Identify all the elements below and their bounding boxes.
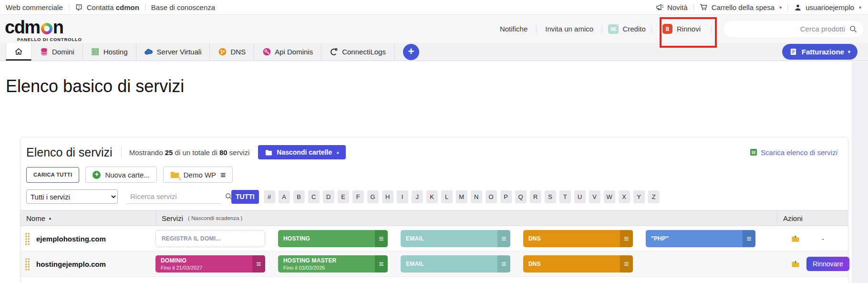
search-icon[interactable] — [849, 25, 858, 33]
contact-label: Contatta cdmon — [87, 3, 139, 11]
alphabet-filter-letter[interactable]: W — [604, 190, 615, 203]
alphabet-filter-letter[interactable]: V — [589, 190, 600, 203]
alphabet-filter: #ABCDEFGHIJKLMNOPQRSTUVWXYZ — [264, 190, 660, 203]
service-chip-domain[interactable]: DOMINIO Fino il 21/03/2027 ≡ — [155, 255, 265, 273]
drag-handle-icon[interactable] — [24, 257, 30, 271]
column-header-services: Servizi ( Nascondi scadenza ) — [155, 210, 777, 226]
alphabet-filter-letter[interactable]: K — [426, 190, 438, 203]
alphabet-filter-letter[interactable]: M — [456, 190, 467, 203]
domain-name[interactable]: hostingejemplo.com — [36, 260, 106, 268]
service-chip-hosting[interactable]: HOSTING ≡ — [278, 230, 388, 247]
news-label: Novità — [667, 3, 688, 11]
alphabet-filter-letter[interactable]: I — [397, 190, 408, 203]
service-chip-email[interactable]: EMAIL ≡ — [401, 255, 510, 273]
tab-virtual-servers[interactable]: Server Virtuali — [136, 43, 210, 61]
alphabet-filter-letter[interactable]: B — [293, 190, 305, 203]
load-all-button[interactable]: CARICA TUTTI — [26, 167, 79, 183]
renewals-link[interactable]: 8 Rinnovi — [662, 24, 701, 34]
product-search-input[interactable] — [731, 25, 845, 33]
tab-api-domains[interactable]: Api Dominis — [254, 43, 321, 61]
divider — [145, 4, 145, 11]
services-table: Nome ▲ Servizi ( Nascondi scadenza ) Azi… — [21, 210, 848, 277]
alphabet-filter-letter[interactable]: P — [500, 190, 512, 203]
notifications-link[interactable]: Notifiche — [500, 25, 527, 33]
domain-name[interactable]: ejemplohosting.com — [36, 235, 106, 243]
folder-menu-icon[interactable]: ≡ — [220, 170, 226, 179]
move-to-folder-icon[interactable] — [791, 234, 800, 243]
alphabet-filter-letter[interactable]: Y — [633, 190, 645, 203]
news-link[interactable]: Novità — [655, 3, 688, 11]
new-folder-label: Nuova carte... — [105, 171, 149, 179]
service-chip-dns[interactable]: DNS ≡ — [523, 230, 633, 247]
chip-menu-icon[interactable]: ≡ — [620, 255, 633, 273]
alphabet-filter-letter[interactable]: H — [382, 190, 393, 203]
register-domain-button[interactable]: REGISTRA IL DOMI... — [155, 230, 265, 247]
alphabet-filter-letter[interactable]: T — [559, 190, 571, 203]
services-search-input[interactable] — [130, 192, 225, 200]
knowledge-base-label: Base di conoscenza — [151, 3, 215, 11]
download-services-link[interactable]: Scarica elenco di servizi — [749, 148, 837, 157]
add-service-button[interactable]: + — [403, 44, 419, 60]
contact-cdmon-link[interactable]: ? Contatta cdmon — [75, 3, 139, 11]
credit-badge: 0€ — [608, 24, 619, 34]
hide-folders-button[interactable]: Nascondi cartelle ▲ — [258, 145, 346, 159]
alphabet-filter-letter[interactable]: Z — [648, 190, 660, 203]
megaphone-icon — [655, 3, 664, 11]
tab-domains[interactable]: Domini — [31, 43, 83, 61]
knowledge-base-link[interactable]: Base di conoscenza — [151, 3, 215, 11]
api-key-icon — [262, 48, 271, 56]
alphabet-filter-letter[interactable]: A — [279, 190, 290, 203]
credit-link[interactable]: 0€ Credito — [608, 24, 646, 34]
filter-all-button[interactable]: TUTTI — [231, 190, 259, 204]
chip-menu-icon[interactable]: ≡ — [743, 230, 755, 247]
web-commercial-link[interactable]: Web commerciale — [6, 3, 63, 11]
alphabet-filter-letter[interactable]: # — [264, 190, 275, 203]
alphabet-filter-letter[interactable]: U — [574, 190, 586, 203]
logo-subtitle: PANELLO DI CONTROLLO — [17, 37, 82, 42]
alphabet-filter-letter[interactable]: D — [323, 190, 334, 203]
service-chip-dns[interactable]: DNS ≡ — [523, 255, 633, 273]
alphabet-filter-letter[interactable]: L — [441, 190, 453, 203]
services-list-title: Elenco di servizi — [26, 146, 113, 159]
column-header-name[interactable]: Nome ▲ — [21, 210, 155, 226]
alphabet-filter-letter[interactable]: F — [352, 190, 364, 203]
service-type-select[interactable]: Tutti i servizi — [26, 189, 118, 204]
tab-connectilogs[interactable]: ConnectiLogs — [321, 43, 394, 61]
alphabet-filter-letter[interactable]: N — [471, 190, 482, 203]
tab-dns[interactable]: DNS — [210, 43, 254, 61]
tab-hosting[interactable]: Hosting — [83, 43, 136, 61]
cdmon-logo[interactable]: cdmn PANELLO DI CONTROLLO — [5, 16, 82, 42]
invite-friend-link[interactable]: Invita un amico — [545, 25, 593, 33]
alphabet-filter-letter[interactable]: C — [308, 190, 320, 203]
user-menu[interactable]: usuarioejemplo ▾ — [794, 3, 861, 11]
alphabet-filter-letter[interactable]: G — [367, 190, 379, 203]
folder-demo-wp-button[interactable]: 0 Demo WP ≡ — [163, 167, 233, 183]
chip-menu-icon[interactable]: ≡ — [620, 230, 633, 247]
service-chip-hosting-master[interactable]: HOSTING MASTER Fino il 03/03/2026 ≡ — [278, 255, 388, 273]
chevron-down-icon: ▾ — [859, 5, 861, 10]
chip-menu-icon[interactable]: ≡ — [375, 230, 388, 247]
hide-expiry-link[interactable]: ( Nascondi scadenza ) — [188, 215, 242, 221]
alphabet-filter-letter[interactable]: Q — [515, 190, 527, 203]
chip-menu-icon[interactable]: ≡ — [375, 255, 388, 273]
drag-handle-icon[interactable] — [24, 232, 30, 245]
chip-menu-icon[interactable]: ≡ — [497, 230, 510, 247]
chip-menu-icon[interactable]: ≡ — [497, 255, 510, 273]
alphabet-filter-letter[interactable]: J — [412, 190, 423, 203]
new-folder-button[interactable]: + Nuova carte... — [85, 167, 156, 183]
billing-button[interactable]: Fatturazione ▾ — [782, 44, 858, 60]
alphabet-filter-letter[interactable]: X — [619, 190, 630, 203]
renew-button[interactable]: Rinnovare — [806, 257, 849, 271]
alphabet-filter-letter[interactable]: E — [338, 190, 349, 203]
tab-home[interactable] — [6, 43, 31, 61]
folders-toolbar: CARICA TUTTI + Nuova carte... 0 Demo WP … — [21, 159, 848, 183]
service-chip-email[interactable]: EMAIL ≡ — [401, 230, 510, 247]
service-chip-php[interactable]: "PHP" ≡ — [646, 230, 755, 247]
domains-database-icon — [40, 48, 48, 56]
alphabet-filter-letter[interactable]: R — [530, 190, 541, 203]
chip-menu-icon[interactable]: ≡ — [252, 255, 265, 273]
alphabet-filter-letter[interactable]: O — [486, 190, 497, 203]
alphabet-filter-letter[interactable]: S — [545, 190, 556, 203]
cart-menu[interactable]: Carrello della spesa ▾ — [700, 3, 782, 11]
move-to-folder-icon[interactable] — [791, 260, 800, 268]
